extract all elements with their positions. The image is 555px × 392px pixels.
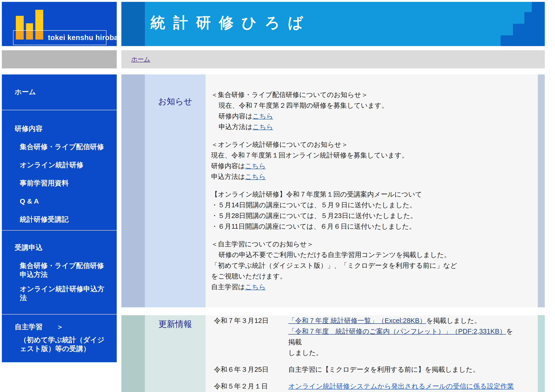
update-text: 自主学習に【ミクロデータを利用する前に】を掲載しました。 — [288, 364, 517, 375]
update-line: 「令和７年度 統計研修一覧」（Excel:28KB）を掲載しました。 — [288, 315, 517, 326]
text-segment: 申込方法は — [211, 173, 245, 180]
sidebar-item[interactable]: 自主学習 ＞ — [2, 322, 109, 331]
inline-link[interactable]: こちら — [245, 173, 266, 180]
stair-decoration — [513, 24, 545, 35]
logo-frame: tokei kenshu hiroba — [13, 30, 107, 45]
update-date: 令和５年２月１日 — [214, 381, 288, 392]
update-row: 令和６年３月25日自主学習に【ミクロデータを利用する前に】を掲載しました。 — [214, 364, 517, 375]
logo-label: tokei kenshu hiroba — [48, 34, 118, 42]
breadcrumb-home-link[interactable]: ホーム — [131, 55, 150, 64]
update-line: 「令和７年度 統計研修のご案内（パンフレット）」（PDF:2,331KB）を掲載 — [288, 326, 517, 347]
update-row: 令和５年２月１日オンライン統計研修システムから発出されるメールの受信に係る設定作… — [214, 381, 517, 392]
text-segment: 【オンライン統計研修】令和７年度第１回の受講案内メールについて — [211, 191, 422, 198]
notice-section-title: お知らせ — [145, 74, 205, 107]
notice-line: 「初めて学ぶ統計（ダイジェスト版）」、「ミクロデータを利用する前に」など — [211, 260, 517, 271]
site-logo[interactable]: tokei kenshu hiroba — [2, 2, 117, 46]
sidebar-item[interactable]: 研修内容 — [2, 124, 109, 133]
text-segment: ＜オンライン統計研修についてのお知らせ＞ — [211, 141, 348, 148]
sidebar-item[interactable]: 受講申込 — [2, 243, 109, 252]
inline-link[interactable]: オンライン統計研修システムから発出されるメールの受信に係る設定作業に — [288, 383, 514, 392]
text-segment: 申込方法は — [219, 123, 253, 131]
sidebar-group: 受講申込集合研修・ライブ配信研修申込方法オンライン統計研修申込方法 — [2, 230, 117, 314]
inline-link[interactable]: 「令和７年度 統計研修一覧」（Excel:28KB） — [288, 317, 426, 324]
notice-line: ＜集合研修・ライブ配信研修についてのお知らせ＞ — [211, 89, 517, 100]
update-label-column: 更新情報 — [145, 315, 205, 392]
notice-line: ＜オンライン統計研修についてのお知らせ＞ — [211, 139, 517, 150]
sidebar-item[interactable]: 事前学習用資料 — [2, 179, 109, 187]
text-segment: を掲載しました。 — [426, 317, 481, 324]
sidebar-spacer-bar — [2, 50, 117, 68]
update-date: 令和７年３月12日 — [214, 315, 288, 326]
update-accent-bar — [121, 315, 145, 392]
stair-decoration — [532, 2, 545, 12]
header-left-strip — [121, 2, 145, 46]
notice-line: 申込方法はこちら — [211, 121, 517, 132]
text-segment: 現在、令和７年度第２四半期の研修を募集しています。 — [219, 102, 388, 109]
notice-line: 【オンライン統計研修】令和７年度第１回の受講案内メールについて — [211, 189, 517, 200]
text-segment: 自主学習は — [211, 283, 245, 291]
sidebar-group: 研修内容集合研修・ライブ配信研修オンライン統計研修事前学習用資料Q & A統計研… — [2, 110, 117, 230]
notice-content: ＜集合研修・ライブ配信研修についてのお知らせ＞現在、令和７年度第２四半期の研修を… — [205, 74, 538, 307]
header-banner: 統計研修ひろば — [121, 2, 545, 46]
text-segment: 研修内容は — [211, 162, 245, 170]
update-content: 令和７年３月12日「令和７年度 統計研修一覧」（Excel:28KB）を掲載しま… — [205, 315, 538, 392]
update-line: しました。 — [288, 347, 517, 358]
inline-link[interactable]: こちら — [245, 283, 266, 291]
header-main: 統計研修ひろば — [145, 2, 545, 46]
update-section: 更新情報 令和７年３月12日「令和７年度 統計研修一覧」（Excel:28KB）… — [121, 315, 545, 392]
update-section-title: 更新情報 — [145, 315, 205, 330]
text-segment: しました。 — [288, 349, 323, 356]
sidebar-group: ホーム — [2, 74, 117, 110]
text-segment: 研修の申込不要でご利用いただける自主学習用コンテンツを掲載しました。 — [219, 251, 451, 259]
sidebar-item[interactable]: ホーム — [2, 88, 109, 96]
sidebar-item[interactable]: （初めて学ぶ統計（ダイジェスト版）等の受講） — [2, 335, 109, 353]
update-text: オンライン統計研修システムから発出されるメールの受信に係る設定作業について(依頼… — [288, 381, 517, 392]
update-line: 自主学習に【ミクロデータを利用する前に】を掲載しました。 — [288, 364, 517, 375]
notice-line: 研修内容はこちら — [211, 111, 517, 121]
breadcrumb: ホーム — [121, 50, 545, 68]
notice-block: ＜集合研修・ライブ配信研修についてのお知らせ＞現在、令和７年度第２四半期の研修を… — [211, 89, 517, 132]
sidebar-item[interactable]: 集合研修・ライブ配信研修 — [2, 142, 109, 151]
notice-line: 研修の申込不要でご利用いただける自主学習用コンテンツを掲載しました。 — [211, 249, 517, 260]
notice-block: 【オンライン統計研修】令和７年度第１回の受講案内メールについて・５月14日開講の… — [211, 189, 517, 232]
notice-block: ＜自主学習についてのお知らせ＞研修の申込不要でご利用いただける自主学習用コンテン… — [211, 239, 517, 292]
notice-line: ・５月14日開講の講座については、５月９日に送付いたしました。 — [211, 200, 517, 210]
sidebar-group: 自主学習 ＞（初めて学ぶ統計（ダイジェスト版）等の受講） — [2, 314, 117, 362]
text-segment: 研修内容は — [219, 112, 253, 120]
notice-line: ＜自主学習についてのお知らせ＞ — [211, 239, 517, 249]
notice-accent-bar — [121, 74, 145, 307]
sidebar-item[interactable]: オンライン統計研修 — [2, 161, 109, 169]
notice-line: ・６月11日開講の講座については、６月６日に送付いたしました。 — [211, 221, 517, 232]
text-segment: ＜自主学習についてのお知らせ＞ — [211, 240, 314, 248]
text-segment: 自主学習に【ミクロデータを利用する前に】を掲載しました。 — [288, 366, 479, 373]
notice-line: 現在、令和７年度第１回オンライン統計研修を募集しています。 — [211, 150, 517, 161]
notice-label-column: お知らせ — [145, 74, 205, 307]
update-row: 令和７年３月12日「令和７年度 統計研修一覧」（Excel:28KB）を掲載しま… — [214, 315, 517, 358]
inline-link[interactable]: こちら — [253, 123, 273, 131]
inline-link[interactable]: 「令和７年度 統計研修のご案内（パンフレット）」（PDF:2,331KB） — [288, 328, 506, 335]
text-segment: ・６月11日開講の講座については、６月６日に送付いたしました。 — [211, 223, 416, 230]
page-title: 統計研修ひろば — [150, 13, 311, 33]
update-date: 令和６年３月25日 — [214, 364, 288, 375]
text-segment: をご視聴いただけます。 — [211, 273, 286, 280]
notice-line: 研修内容はこちら — [211, 161, 517, 171]
text-segment: ＜集合研修・ライブ配信研修についてのお知らせ＞ — [211, 91, 368, 98]
sidebar-nav: ホーム研修内容集合研修・ライブ配信研修オンライン統計研修事前学習用資料Q & A… — [2, 74, 117, 362]
stair-decoration — [524, 12, 545, 24]
sidebar-item[interactable]: 統計研修受講記 — [2, 215, 109, 224]
update-text: 「令和７年度 統計研修一覧」（Excel:28KB）を掲載しました。「令和７年度… — [288, 315, 517, 358]
notice-right-strip — [538, 74, 545, 307]
notice-line: 現在、令和７年度第２四半期の研修を募集しています。 — [211, 100, 517, 111]
inline-link[interactable]: こちら — [253, 112, 273, 120]
notice-line: ・５月28日開講の講座については、５月23日に送付いたしました。 — [211, 210, 517, 221]
sidebar-item[interactable]: 集合研修・ライブ配信研修申込方法 — [2, 261, 109, 279]
notice-line: 申込方法はこちら — [211, 171, 517, 182]
sidebar-item[interactable]: Q & A — [2, 197, 109, 206]
sidebar-item[interactable]: オンライン統計研修申込方法 — [2, 285, 109, 302]
page: tokei kenshu hiroba 統計研修ひろば ホーム ホーム研修内容集… — [0, 0, 555, 392]
notice-line: 自主学習はこちら — [211, 281, 517, 292]
notice-section: お知らせ ＜集合研修・ライブ配信研修についてのお知らせ＞現在、令和７年度第２四半… — [121, 74, 545, 307]
stair-decoration — [501, 35, 545, 46]
text-segment: 現在、令和７年度第１回オンライン統計研修を募集しています。 — [211, 151, 408, 159]
inline-link[interactable]: こちら — [245, 162, 266, 170]
